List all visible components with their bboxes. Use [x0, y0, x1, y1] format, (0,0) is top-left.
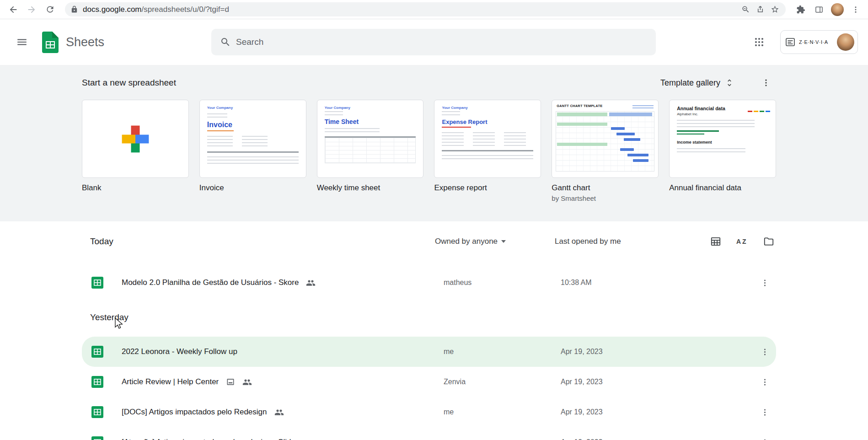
file-last-opened: Apr 19, 2023: [561, 378, 755, 386]
template-gallery-label: Template gallery: [660, 78, 720, 88]
thumb-title: Annual financial data: [677, 106, 736, 111]
shared-people-icon: [306, 278, 316, 288]
decor-lines: [207, 111, 227, 118]
template-card-expense-report[interactable]: Your Company Expense Report Expense repo…: [434, 100, 541, 202]
decor-line: [442, 127, 471, 128]
templates-section: Start a new spreadsheet Template gallery: [0, 65, 868, 221]
decor-lines: [442, 111, 460, 115]
decor-table-header: [207, 151, 299, 153]
list-view-controls: AZ: [709, 235, 775, 248]
decor-gantt-grid: [556, 111, 654, 172]
invoice-thumbnail[interactable]: Your Company Invoice: [199, 100, 306, 178]
row-more-actions-icon[interactable]: [755, 373, 774, 391]
thumb-company: Your Company: [442, 106, 533, 110]
group-label-today: Today: [90, 236, 113, 247]
file-row[interactable]: Article Review | Help Center Zenvia Apr …: [82, 367, 776, 397]
owned-by-filter-label: Owned by anyone: [435, 237, 498, 246]
file-row-selected[interactable]: 2022 Leonora - Weekly Follow up me Apr 1…: [82, 337, 776, 367]
account-name: Z·E·N·V·I·A: [799, 39, 834, 45]
google-apps-icon[interactable]: [747, 30, 771, 54]
grid-view-icon[interactable]: [709, 235, 722, 248]
file-title: 2022 Leonora - Weekly Follow up: [122, 347, 237, 356]
decor-lines: [632, 104, 654, 108]
file-row[interactable]: Modelo 2.0 Planilha de Gestão de Usuário…: [82, 268, 776, 298]
file-title: Article Review | Help Center: [122, 377, 219, 386]
template-sublabel: by Smartsheet: [552, 194, 659, 202]
file-owner: me: [444, 348, 561, 356]
decor-lines: [677, 147, 745, 152]
search-icon[interactable]: [215, 32, 236, 53]
time-sheet-thumbnail[interactable]: Your Company Time Sheet: [317, 100, 424, 178]
user-avatar[interactable]: [837, 33, 854, 51]
account-chip[interactable]: Z·E·N·V·I·A: [780, 30, 858, 54]
search-bar[interactable]: [211, 29, 656, 55]
thumb-section: Income statement: [677, 140, 768, 145]
thumb-title: Expense Report: [442, 118, 533, 125]
browser-back-icon[interactable]: [5, 2, 21, 17]
bookmark-star-icon[interactable]: [768, 3, 781, 16]
row-more-actions-icon[interactable]: [755, 274, 774, 292]
row-more-actions-icon[interactable]: [755, 433, 774, 440]
url-text: docs.google.com/spreadsheets/u/0/?tgif=d: [83, 5, 739, 14]
multicolor-plus-icon: [118, 122, 152, 156]
unfold-more-icon: [725, 78, 734, 87]
file-owner: me: [444, 408, 561, 416]
file-last-opened: Apr 19, 2023: [561, 348, 755, 356]
owned-by-filter[interactable]: Owned by anyone: [435, 237, 506, 246]
decor-table-header: [442, 150, 533, 151]
share-icon[interactable]: [754, 3, 766, 16]
file-last-opened: 10:38 AM: [561, 279, 755, 287]
ssl-lock-icon: [70, 5, 78, 13]
template-card-weekly-time-sheet[interactable]: Your Company Time Sheet Weekly time shee…: [317, 100, 424, 202]
zoom-icon[interactable]: [739, 3, 752, 16]
file-row-partial[interactable]: [Atenção] Artigos impactados pelo redesi…: [82, 427, 776, 440]
side-panel-icon[interactable]: [811, 2, 827, 17]
row-more-actions-icon[interactable]: [755, 343, 774, 361]
template-card-annual-financial-data[interactable]: Annual financial data Alphabet Inc. Inco…: [669, 100, 776, 202]
template-gallery-button[interactable]: Template gallery: [660, 78, 734, 88]
search-input[interactable]: [236, 37, 652, 47]
sheets-logo[interactable]: [42, 32, 59, 53]
browser-forward-icon[interactable]: [24, 2, 39, 17]
expense-report-thumbnail[interactable]: Your Company Expense Report: [434, 100, 541, 178]
browser-chrome: docs.google.com/spreadsheets/u/0/?tgif=d: [0, 0, 868, 19]
browser-menu-icon[interactable]: [848, 2, 863, 17]
templates-section-title: Start a new spreadsheet: [82, 78, 176, 88]
file-last-opened: Apr 19, 2023: [561, 438, 755, 440]
file-row[interactable]: [DOCs] Artigos impactados pelo Redesign …: [82, 397, 776, 427]
template-card-invoice[interactable]: Your Company Invoice Invoice: [199, 100, 306, 202]
thumb-company: Your Company: [325, 106, 416, 110]
address-bar[interactable]: docs.google.com/spreadsheets/u/0/?tgif=d: [65, 2, 786, 16]
file-owner: Zenvia: [444, 378, 561, 386]
file-owner: matheus: [444, 279, 561, 287]
annual-financial-thumbnail[interactable]: Annual financial data Alphabet Inc. Inco…: [669, 100, 776, 178]
file-list-section: Today Owned by anyone Last opened by me …: [0, 221, 868, 440]
browser-profile-avatar[interactable]: [830, 2, 845, 17]
open-file-picker-folder-icon[interactable]: [762, 235, 775, 248]
sheets-file-icon: [91, 346, 103, 358]
main-menu-icon[interactable]: [10, 30, 34, 54]
browser-reload-icon[interactable]: [42, 2, 58, 17]
decor-grid: [325, 138, 416, 163]
template-label: Invoice: [199, 183, 306, 193]
template-card-gantt-chart[interactable]: GANTT CHART TEMPLATE: [552, 100, 659, 202]
gantt-chart-thumbnail[interactable]: GANTT CHART TEMPLATE: [552, 100, 659, 178]
blank-thumbnail[interactable]: [82, 100, 189, 178]
template-label: Weekly time sheet: [317, 183, 424, 193]
sort-az-icon[interactable]: AZ: [736, 235, 749, 248]
sheets-file-icon: [91, 436, 103, 440]
thumb-title: GANTT CHART TEMPLATE: [557, 104, 602, 108]
decor-line: [207, 130, 234, 131]
template-card-blank[interactable]: Blank: [82, 100, 189, 202]
decor-table-rows: [207, 155, 299, 164]
shared-people-icon: [274, 408, 284, 417]
zenvia-logo: [785, 37, 796, 48]
row-more-actions-icon[interactable]: [755, 403, 774, 421]
decor-link-line: [677, 134, 704, 135]
template-label: Expense report: [434, 183, 541, 193]
file-title: Modelo 2.0 Planilha de Gestão de Usuário…: [122, 278, 299, 287]
template-label: Gantt chart: [552, 183, 659, 193]
svg-text:Z: Z: [742, 238, 746, 245]
extensions-puzzle-icon[interactable]: [793, 2, 809, 17]
templates-menu-icon[interactable]: [758, 75, 774, 91]
